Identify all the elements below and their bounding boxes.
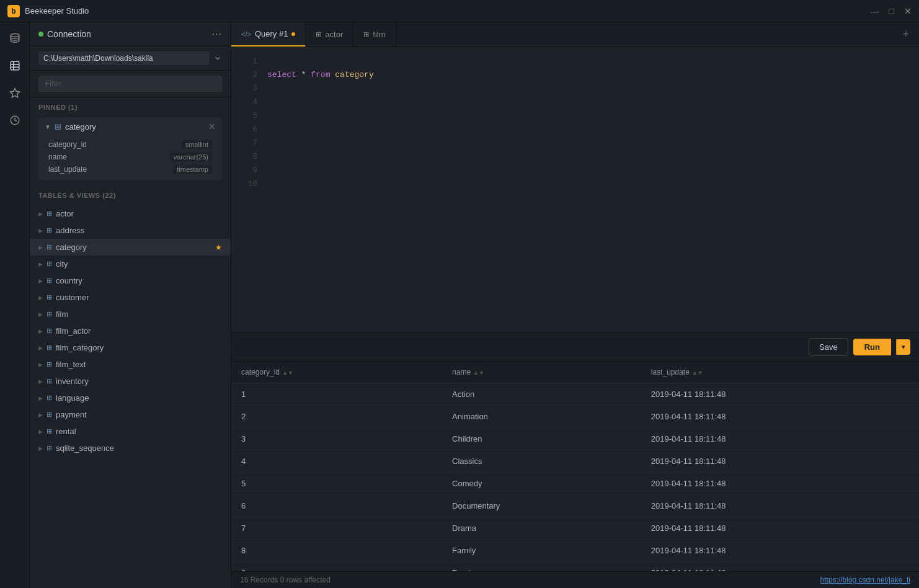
table-row: 4Classics2019-04-11 18:11:48: [231, 450, 919, 473]
table-grid-icon: ⊞: [47, 243, 52, 251]
sidebar-header: Connection ···: [30, 22, 231, 47]
sidebar-item-inventory[interactable]: ▶ ⊞ inventory: [30, 373, 231, 390]
table-grid-icon: ⊞: [47, 226, 52, 234]
pinned-table-header[interactable]: ▼ ⊞ category ✕: [38, 117, 222, 136]
tab-query-#1[interactable]: </>Query #1: [231, 22, 306, 47]
activity-icon-star[interactable]: [4, 82, 26, 104]
chevron-down-icon[interactable]: [213, 54, 222, 63]
table-row: 2Animation2019-04-11 18:11:48: [231, 406, 919, 428]
cell-name: Classics: [442, 450, 641, 473]
maximize-button[interactable]: □: [889, 6, 894, 16]
sidebar-item-city[interactable]: ▶ ⊞ city: [30, 256, 231, 272]
close-button[interactable]: ✕: [904, 6, 912, 16]
minimize-button[interactable]: —: [871, 6, 879, 16]
tables-scroll: ▶ ⊞ actor ▶ ⊞ address ▶ ⊞ category ★ ▶ ⊞…: [30, 205, 231, 588]
table-item-name: rental: [56, 427, 222, 436]
sidebar-item-sqlite_sequence[interactable]: ▶ ⊞ sqlite_sequence: [30, 440, 231, 457]
cell-category_id: 7: [231, 517, 442, 540]
activity-icon-tables[interactable]: [4, 55, 26, 77]
chevron-icon: ▶: [38, 378, 43, 385]
cell-category_id: 4: [231, 450, 442, 473]
table-item-name: film_category: [56, 343, 222, 352]
activity-icon-db[interactable]: [4, 27, 26, 50]
main-layout: Connection ··· C:\Users\matth\Downloads\…: [0, 22, 919, 588]
sidebar-item-customer[interactable]: ▶ ⊞ customer: [30, 289, 231, 306]
sidebar-item-film_category[interactable]: ▶ ⊞ film_category: [30, 339, 231, 356]
connection-more-button[interactable]: ···: [212, 29, 222, 40]
table-grid-icon: ⊞: [47, 327, 52, 335]
data-table: category_id▲▼name▲▼last_update▲▼ 1Action…: [231, 362, 919, 571]
sidebar-item-language[interactable]: ▶ ⊞ language: [30, 390, 231, 406]
table-header: category_id▲▼name▲▼last_update▲▼: [231, 362, 919, 383]
pinned-table-category: ▼ ⊞ category ✕ category_id smallint name…: [38, 117, 222, 180]
chevron-icon: ▶: [38, 345, 43, 351]
editor-area[interactable]: 12345678910 select * from category: [231, 47, 919, 332]
chevron-icon: ▶: [38, 261, 43, 267]
table-grid-icon: ⊞: [47, 411, 52, 419]
activity-icon-history[interactable]: [4, 109, 26, 131]
table-body: 1Action2019-04-11 18:11:482Animation2019…: [231, 383, 919, 572]
table-item-name: country: [56, 276, 222, 285]
col-header-category_id[interactable]: category_id▲▼: [231, 362, 442, 383]
sidebar-item-film_text[interactable]: ▶ ⊞ film_text: [30, 356, 231, 373]
svg-marker-2: [10, 89, 19, 97]
app-title: Beekeeper Studio: [25, 6, 89, 16]
filter-input[interactable]: [38, 76, 222, 92]
sidebar-item-film_actor[interactable]: ▶ ⊞ film_actor: [30, 323, 231, 339]
table-grid-icon: ⊞: [47, 210, 52, 218]
tab-label: Query #1: [255, 29, 288, 38]
table-item-name: film_text: [56, 360, 222, 369]
cell-name: Drama: [442, 517, 641, 540]
cell-last_update: 2019-04-11 18:11:48: [641, 428, 919, 450]
chevron-icon: ▶: [38, 328, 43, 334]
svg-point-0: [11, 34, 19, 37]
cell-name: Family: [442, 540, 641, 562]
table-item-name: sqlite_sequence: [56, 443, 222, 453]
svg-rect-1: [11, 61, 19, 70]
cell-name: Children: [442, 428, 641, 450]
run-dropdown-button[interactable]: ▾: [896, 339, 910, 355]
cell-category_id: 5: [231, 473, 442, 495]
cell-name: Action: [442, 383, 641, 406]
sidebar-item-category[interactable]: ▶ ⊞ category ★: [30, 239, 231, 256]
expand-icon: ▼: [45, 123, 51, 130]
sidebar-item-rental[interactable]: ▶ ⊞ rental: [30, 423, 231, 440]
cell-name: Animation: [442, 406, 641, 428]
unpin-button[interactable]: ✕: [208, 122, 216, 131]
cell-last_update: 2019-04-11 18:11:48: [641, 495, 919, 517]
field-row-name: name varchar(25): [45, 151, 216, 163]
connection-indicator: Connection: [38, 29, 91, 39]
sidebar-item-payment[interactable]: ▶ ⊞ payment: [30, 406, 231, 423]
sidebar-item-country[interactable]: ▶ ⊞ country: [30, 272, 231, 289]
table-item-name: film: [56, 310, 222, 319]
results-table: category_id▲▼name▲▼last_update▲▼ 1Action…: [231, 362, 919, 571]
sidebar-item-actor[interactable]: ▶ ⊞ actor: [30, 205, 231, 222]
filter-row: [30, 71, 231, 97]
cell-last_update: 2019-04-11 18:11:48: [641, 540, 919, 562]
cell-category_id: 6: [231, 495, 442, 517]
sidebar: Connection ··· C:\Users\matth\Downloads\…: [30, 22, 231, 588]
chevron-icon: ▶: [38, 395, 43, 401]
code-editor[interactable]: select * from category: [262, 47, 919, 332]
sidebar-item-address[interactable]: ▶ ⊞ address: [30, 222, 231, 239]
chevron-icon: ▶: [38, 362, 43, 368]
action-bar: Save Run ▾: [231, 332, 919, 362]
field-type-last-update: timestamp: [173, 165, 212, 174]
table-item-name: film_actor: [56, 326, 222, 336]
save-button[interactable]: Save: [809, 338, 848, 356]
sidebar-item-film[interactable]: ▶ ⊞ film: [30, 306, 231, 323]
run-button[interactable]: Run: [853, 339, 891, 355]
table-grid-icon: ⊞: [47, 444, 52, 452]
add-tab-button[interactable]: +: [892, 28, 919, 41]
status-link[interactable]: https://blog.csdn.net/jake_ti: [820, 576, 910, 584]
tab-actor[interactable]: ⊞actor: [306, 22, 353, 47]
field-type-name: varchar(25): [170, 153, 212, 161]
table-icon: ⊞: [316, 30, 321, 38]
tab-film[interactable]: ⊞film: [353, 22, 396, 47]
col-header-last_update[interactable]: last_update▲▼: [641, 362, 919, 383]
cell-category_id: 9: [231, 562, 442, 572]
col-header-name[interactable]: name▲▼: [442, 362, 641, 383]
cell-last_update: 2019-04-11 18:11:48: [641, 406, 919, 428]
tab-label: film: [373, 30, 385, 39]
chevron-icon: ▶: [38, 278, 43, 284]
